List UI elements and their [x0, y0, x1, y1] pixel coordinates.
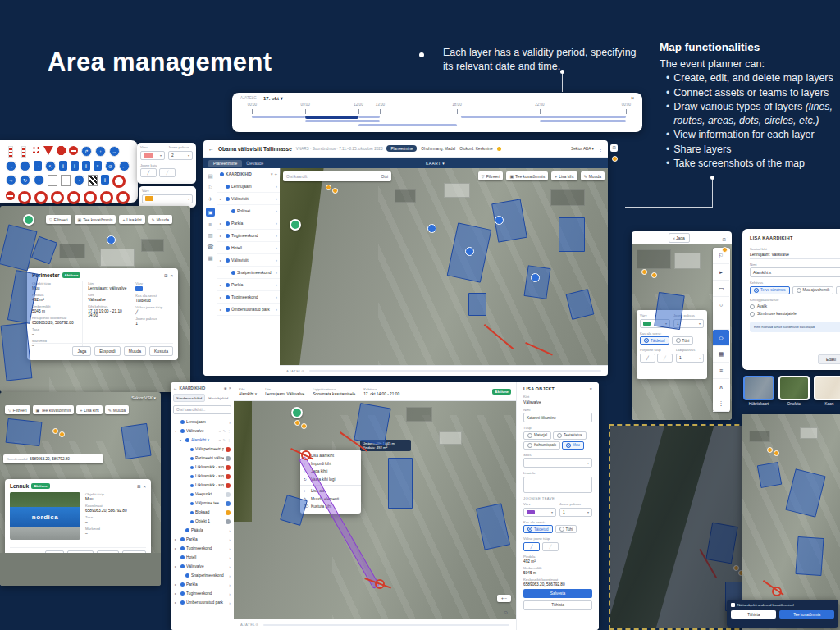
- draw-tool-icon[interactable]: ○: [713, 297, 729, 313]
- radio-option[interactable]: Terve sündmus: [750, 286, 790, 294]
- line-style-button[interactable]: ╱: [523, 542, 540, 551]
- layer-row[interactable]: Politsei›: [217, 205, 280, 217]
- cancel-button[interactable]: Tühista: [731, 610, 776, 619]
- traffic-sign-icon[interactable]: [88, 175, 98, 186]
- tree-row[interactable]: Lennujaam›: [172, 418, 232, 427]
- traffic-sign-icon[interactable]: [43, 146, 53, 155]
- timeline-ruler[interactable]: 00:0009:0012:0013:0018:0022:0000:00: [240, 103, 634, 130]
- tree-row[interactable]: Perimeetri väline piir: [172, 454, 232, 463]
- rail-icon[interactable]: ▣: [206, 208, 215, 217]
- traffic-sign-icon[interactable]: [67, 191, 80, 204]
- radio-option[interactable]: Sündmuse kasutajatele: [750, 312, 840, 317]
- map-toolbar-button[interactable]: ✎Muuda: [581, 171, 605, 180]
- traffic-sign-icon[interactable]: [100, 191, 113, 204]
- line-width-select[interactable]: 1▾: [559, 508, 592, 517]
- traffic-sign-icon[interactable]: →: [6, 175, 16, 185]
- popup-action-button[interactable]: Jaga: [72, 346, 91, 356]
- move-icon[interactable]: ⊞: [720, 236, 728, 244]
- traffic-sign-icon[interactable]: [18, 191, 31, 204]
- tool-icon[interactable]: ✎: [223, 429, 226, 433]
- map-toolbar-button[interactable]: ▽Filtreeri: [5, 405, 30, 414]
- rail-icon[interactable]: ▥: [208, 232, 212, 239]
- radio-option[interactable]: Läbi mitme päeva: [836, 286, 840, 294]
- rail-icon[interactable]: ⚐: [208, 185, 213, 191]
- line-style-button[interactable]: ╱: [140, 168, 157, 177]
- color-select[interactable]: ▾: [523, 508, 556, 517]
- line-style-button[interactable]: ╱: [542, 542, 559, 551]
- seos-select[interactable]: ▾: [523, 458, 592, 468]
- line-style-button[interactable]: ╱: [159, 168, 176, 177]
- timeline-strip[interactable]: AJATELG: [280, 365, 608, 376]
- layers-map[interactable]: KihtAlamkiht xLiinLennujaam: VälisvalveL…: [234, 382, 516, 630]
- nimi-input[interactable]: Alamkiht x: [750, 267, 840, 277]
- traffic-sign-icon[interactable]: ·: [74, 175, 84, 185]
- tool-icon[interactable]: ⋮: [227, 438, 231, 442]
- line-style-button[interactable]: ╱: [640, 354, 655, 363]
- rail-icon[interactable]: ≡: [209, 221, 212, 227]
- eye-icon[interactable]: ◉: [224, 386, 227, 390]
- traffic-sign-icon[interactable]: ↻: [20, 175, 30, 185]
- back-icon[interactable]: ←: [208, 146, 214, 152]
- radio-option[interactable]: Täidetud: [640, 336, 669, 345]
- traffic-sign-icon[interactable]: →: [109, 146, 120, 157]
- map-toolbar-button[interactable]: +Lisa kiht: [76, 405, 102, 414]
- draw-tool-icon[interactable]: ▭: [713, 281, 729, 297]
- radio-option[interactable]: Tühi: [672, 336, 694, 345]
- tree-row[interactable]: ▸Välisvalve›: [172, 562, 232, 571]
- traffic-sign-icon[interactable]: ⊘: [105, 161, 116, 171]
- tree-row[interactable]: Pääsla›: [172, 526, 232, 535]
- map-toolbar-button[interactable]: +Lisa kiht: [551, 171, 577, 180]
- color-select[interactable]: ▾: [142, 194, 193, 203]
- tree-row[interactable]: Objekt 1: [172, 517, 232, 526]
- traffic-sign-icon[interactable]: ·: [34, 175, 44, 185]
- tool-icon[interactable]: ✎: [223, 438, 226, 442]
- traffic-sign-icon[interactable]: →: [34, 161, 42, 171]
- traffic-sign-icon[interactable]: [61, 175, 71, 186]
- layer-row[interactable]: ▸Parkla›: [217, 279, 280, 291]
- checkbox[interactable]: [731, 603, 735, 607]
- tree-row[interactable]: Snaiperimeeskond›: [172, 571, 232, 580]
- traffic-sign-icon[interactable]: [57, 146, 66, 155]
- tool-icon[interactable]: ∞: [219, 438, 221, 442]
- rail-icon[interactable]: ▦: [208, 255, 212, 262]
- layer-row[interactable]: Hotell›: [217, 242, 280, 254]
- cancel-button[interactable]: Tühista: [523, 600, 592, 610]
- radio-option[interactable]: Muu: [562, 441, 584, 450]
- popup-action-button[interactable]: Kustuta: [149, 346, 173, 356]
- traffic-sign-icon[interactable]: ↖: [45, 161, 56, 171]
- traffic-sign-icon[interactable]: ∥: [82, 161, 90, 171]
- layer-row[interactable]: Snaiperimeeskond›: [217, 267, 280, 279]
- traffic-sign-icon[interactable]: [34, 191, 48, 204]
- tree-row[interactable]: Liiklusmärk - stop: [172, 481, 232, 490]
- popup-action-button[interactable]: Ekspordi: [94, 346, 120, 356]
- tree-row[interactable]: ▸Ümbersuunatud park›: [172, 598, 232, 607]
- tree-row[interactable]: ▸Tugimeeskond›: [172, 589, 232, 598]
- layer-row[interactable]: ▸Välisvisiit›: [217, 254, 280, 267]
- color-select[interactable]: ▾: [140, 151, 165, 160]
- tree-row[interactable]: Väljumise tee: [172, 499, 232, 508]
- tree-row[interactable]: Blokaad: [172, 508, 232, 517]
- draw-tool-icon[interactable]: ◇: [713, 330, 729, 346]
- map-toolbar-button[interactable]: +Lisa kiht: [119, 215, 144, 224]
- lisainfo-textarea[interactable]: [523, 477, 592, 493]
- basemap-thumbnail[interactable]: [743, 376, 774, 400]
- traffic-sign-icon[interactable]: [8, 146, 13, 158]
- add-icon[interactable]: +: [274, 171, 277, 176]
- rail-icon[interactable]: ☎: [207, 244, 213, 250]
- move-icon[interactable]: ⊞: [164, 273, 168, 278]
- close-icon[interactable]: ×: [143, 484, 146, 489]
- traffic-sign-icon[interactable]: ·: [20, 161, 30, 171]
- draw-tool-icon[interactable]: ▸: [713, 264, 729, 281]
- draw-tool-icon[interactable]: —: [713, 313, 729, 330]
- sektor-select[interactable]: Sektor VSK ▾: [131, 395, 156, 400]
- basemap-option[interactable]: Kaart: [814, 376, 840, 406]
- tab-ulevaade[interactable]: Ülevaade: [246, 161, 263, 166]
- traffic-sign-icon[interactable]: [51, 191, 64, 204]
- traffic-sign-icon[interactable]: ∥: [59, 161, 67, 171]
- close-icon[interactable]: ×: [229, 386, 231, 390]
- search-button[interactable]: Otsi: [377, 175, 388, 179]
- tree-row[interactable]: Liiklusmärk - stop: [172, 472, 232, 481]
- traffic-sign-icon[interactable]: ×: [94, 161, 102, 171]
- basemap-option[interactable]: Hübriidkaart: [743, 376, 774, 406]
- timeline-date-select[interactable]: 17. okt ▾: [263, 95, 283, 101]
